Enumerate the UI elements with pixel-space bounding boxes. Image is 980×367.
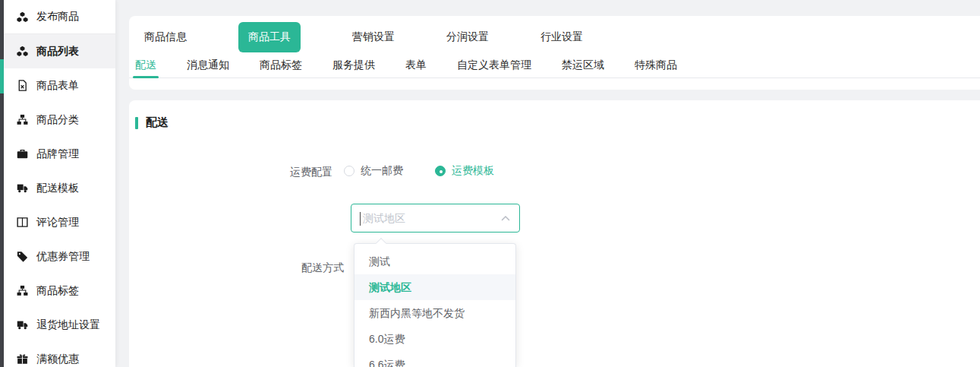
section-header: 配送	[135, 115, 169, 130]
columns-icon	[17, 217, 28, 228]
page-title: 配送	[146, 115, 169, 130]
sidebar-item-label: 优惠券管理	[36, 250, 90, 264]
subtab-service-provide[interactable]: 服务提供	[332, 53, 375, 78]
tab-product-info[interactable]: 商品信息	[144, 30, 187, 44]
sidebar-item-comment-management[interactable]: 评论管理	[4, 205, 115, 239]
radio-uniform-postage[interactable]	[344, 166, 355, 176]
sidebar: 发布商品 商品列表 商品表单 商品分类 品牌管理 配送模板 评论管理 优惠券管理…	[4, 0, 115, 367]
sidebar-item-full-amount-discount[interactable]: 满额优惠	[4, 342, 115, 367]
content-card: 配送 运费配置 统一邮费 运费模板 测试地区 配送方式 测试 测试地区 新西内黑…	[129, 100, 980, 367]
radio-freight-template-label[interactable]: 运费模板	[452, 164, 494, 178]
secondary-tabs: 配送 消息通知 商品标签 服务提供 表单 自定义表单管理 禁运区域 特殊商品	[129, 53, 980, 78]
freight-radio-group: 统一邮费 运费模板	[344, 164, 494, 178]
freight-config-label: 运费配置	[205, 166, 332, 178]
sidebar-item-label: 商品列表	[36, 45, 79, 59]
sitemap-icon	[17, 114, 28, 125]
cubes-icon	[17, 46, 28, 57]
text-caret	[360, 212, 361, 226]
tab-marketing-settings[interactable]: 营销设置	[352, 30, 395, 44]
radio-uniform-postage-label[interactable]: 统一邮费	[361, 164, 403, 178]
dropdown-option-list: 测试 测试地区 新西内黑等地不发货 6.0运费 6.6运费	[355, 244, 515, 367]
chevron-up-icon	[501, 214, 510, 222]
sidebar-item-label: 评论管理	[36, 216, 79, 229]
sidebar-item-label: 满额优惠	[36, 353, 79, 366]
sidebar-item-label: 退货地址设置	[36, 318, 100, 332]
truck-icon	[17, 319, 28, 331]
file-form-icon	[17, 80, 28, 91]
cubes-icon	[17, 11, 28, 23]
sidebar-item-product-list[interactable]: 商品列表	[4, 34, 115, 68]
sidebar-item-label: 商品标签	[36, 284, 79, 298]
tag-icon	[17, 251, 28, 262]
sidebar-item-label: 品牌管理	[36, 147, 79, 161]
radio-freight-template[interactable]	[435, 166, 446, 176]
sidebar-item-delivery-template[interactable]: 配送模板	[4, 171, 115, 205]
subtab-restricted-area[interactable]: 禁运区域	[562, 53, 604, 78]
sidebar-item-return-address-settings[interactable]: 退货地址设置	[4, 308, 115, 342]
truck-icon	[17, 182, 28, 194]
tabs-card: 商品信息 商品工具 营销设置 分润设置 行业设置 配送 消息通知 商品标签 服务…	[129, 16, 980, 90]
subtab-form[interactable]: 表单	[405, 53, 427, 78]
sitemap-icon	[17, 285, 28, 296]
primary-tabs: 商品信息 商品工具 营销设置 分润设置 行业设置	[129, 16, 980, 53]
tab-profit-settings[interactable]: 分润设置	[446, 30, 489, 44]
sidebar-item-publish-product[interactable]: 发布商品	[4, 0, 115, 34]
dropdown-option[interactable]: 测试	[355, 248, 515, 274]
dropdown-option[interactable]: 6.6运费	[355, 352, 515, 367]
subtab-custom-form-management[interactable]: 自定义表单管理	[457, 53, 531, 78]
sidebar-item-label: 商品表单	[36, 79, 79, 93]
dropdown-option[interactable]: 新西内黑等地不发货	[355, 300, 515, 326]
sidebar-item-product-form[interactable]: 商品表单	[4, 68, 115, 103]
sidebar-item-label: 商品分类	[36, 113, 79, 127]
sidebar-item-label: 配送模板	[36, 182, 79, 195]
sidebar-item-coupon-management[interactable]: 优惠券管理	[4, 239, 115, 274]
section-accent-bar	[135, 117, 138, 129]
tab-industry-settings[interactable]: 行业设置	[540, 30, 583, 44]
subtab-product-tags[interactable]: 商品标签	[260, 53, 302, 78]
select-dropdown-panel: 测试 测试地区 新西内黑等地不发货 6.0运费 6.6运费	[354, 243, 516, 367]
briefcase-icon	[17, 148, 28, 160]
sidebar-item-product-tags[interactable]: 商品标签	[4, 274, 115, 308]
subtab-message-notification[interactable]: 消息通知	[187, 53, 229, 78]
dropdown-option-selected[interactable]: 测试地区	[355, 274, 515, 300]
select-value: 测试地区	[363, 204, 405, 232]
sidebar-item-product-category[interactable]: 商品分类	[4, 103, 115, 137]
dropdown-option[interactable]: 6.0运费	[355, 326, 515, 352]
delivery-method-label: 配送方式	[216, 261, 344, 274]
gift-icon	[17, 353, 28, 365]
tab-product-tools[interactable]: 商品工具	[238, 22, 301, 52]
subtab-special-product[interactable]: 特殊商品	[635, 53, 677, 78]
sidebar-item-label: 发布商品	[36, 10, 79, 24]
sidebar-item-brand-management[interactable]: 品牌管理	[4, 137, 115, 171]
subtab-delivery[interactable]: 配送	[135, 53, 156, 78]
freight-template-select[interactable]: 测试地区	[351, 204, 520, 233]
